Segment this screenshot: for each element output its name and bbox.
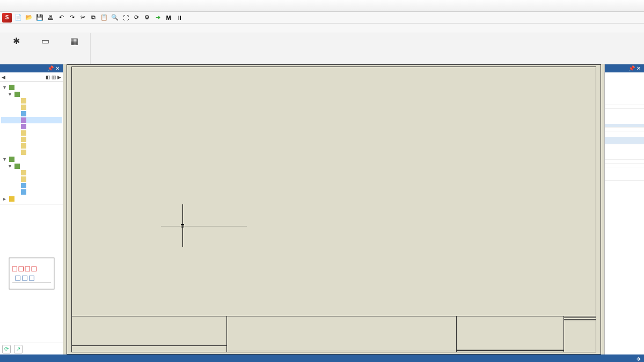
tab-next-icon[interactable]: ▶ bbox=[57, 75, 61, 80]
drawing-preview bbox=[0, 204, 63, 343]
tab-tool2-icon[interactable]: ▥ bbox=[52, 75, 56, 80]
status-bar: ⬗ bbox=[0, 354, 644, 362]
ribbon: ✱ ▭ ▦ bbox=[0, 33, 644, 64]
pin-icon[interactable]: 📌 ✕ bbox=[47, 65, 60, 71]
tab-tool-icon[interactable]: ◧ bbox=[46, 75, 50, 80]
window-close-button[interactable] bbox=[626, 0, 644, 12]
documents-tree[interactable]: ▾ ▾ ▾ ▾ ▸ bbox=[0, 82, 63, 204]
properties-panel: 📌 ✕ bbox=[604, 64, 644, 354]
zoom-window-icon[interactable]: 🔍 bbox=[111, 13, 119, 22]
quick-access-toolbar: S 📄 📂 💾 🖶 ↶ ↷ ✂ ⧉ 📋 🔍 ⛶ ⟳ ⚙ ➜ M ⏸ bbox=[0, 12, 644, 24]
pin-icon[interactable]: 📌 ✕ bbox=[628, 65, 641, 71]
print-icon[interactable]: 🖶 bbox=[46, 13, 55, 22]
settings-icon[interactable]: ⚙ bbox=[143, 13, 151, 22]
cut-icon[interactable]: ✂ bbox=[78, 13, 87, 22]
app-logo-icon: S bbox=[2, 13, 12, 23]
symbols-icon: ✱ bbox=[10, 34, 23, 47]
documents-panel-header: 📌 ✕ bbox=[0, 64, 63, 72]
footprints-manager-button[interactable]: ▭ bbox=[32, 34, 58, 48]
cursor-crosshair-horizontal bbox=[161, 226, 247, 226]
save-icon[interactable]: 💾 bbox=[35, 13, 44, 22]
menu-bar bbox=[0, 24, 644, 33]
arrow-icon[interactable]: ➜ bbox=[153, 13, 162, 22]
macro-icon[interactable]: M bbox=[164, 13, 173, 22]
footprints-icon: ▭ bbox=[39, 34, 52, 47]
undo-icon[interactable]: ↶ bbox=[57, 13, 65, 22]
window-titlebar bbox=[0, 0, 644, 12]
window-maximize-button[interactable] bbox=[608, 0, 626, 12]
tree-item-selected bbox=[1, 117, 62, 123]
documents-panel: 📌 ✕ ◀ ◧ ▥ ▶ ▾ ▾ ▾ ▾ bbox=[0, 64, 63, 354]
cursor-pickbox-icon bbox=[181, 224, 184, 227]
drawing-title bbox=[227, 316, 456, 351]
symbols-manager-button[interactable]: ✱ bbox=[3, 34, 29, 48]
footer-export-icon[interactable]: ↗ bbox=[14, 345, 23, 353]
titleblock-manager-button[interactable]: ▦ bbox=[61, 34, 87, 48]
pause-icon[interactable]: ⏸ bbox=[175, 13, 184, 22]
back-icon[interactable]: ◀ bbox=[2, 75, 5, 80]
zoom-extents-icon[interactable]: ⛶ bbox=[121, 13, 130, 22]
new-icon[interactable]: 📄 bbox=[14, 13, 23, 22]
title-block bbox=[71, 316, 596, 352]
redo-icon[interactable]: ↷ bbox=[68, 13, 76, 22]
paste-icon[interactable]: 📋 bbox=[100, 13, 108, 22]
footer-refresh-icon[interactable]: ⟳ bbox=[2, 345, 11, 353]
open-icon[interactable]: 📂 bbox=[25, 13, 33, 22]
status-tool-icon[interactable]: ⬗ bbox=[636, 356, 641, 361]
copy-icon[interactable]: ⧉ bbox=[89, 13, 98, 22]
svg-rect-0 bbox=[9, 258, 54, 289]
drawing-canvas[interactable] bbox=[63, 64, 604, 354]
window-minimize-button[interactable] bbox=[589, 0, 608, 12]
titleblock-icon: ▦ bbox=[68, 34, 80, 47]
refresh-icon[interactable]: ⟳ bbox=[132, 13, 141, 22]
